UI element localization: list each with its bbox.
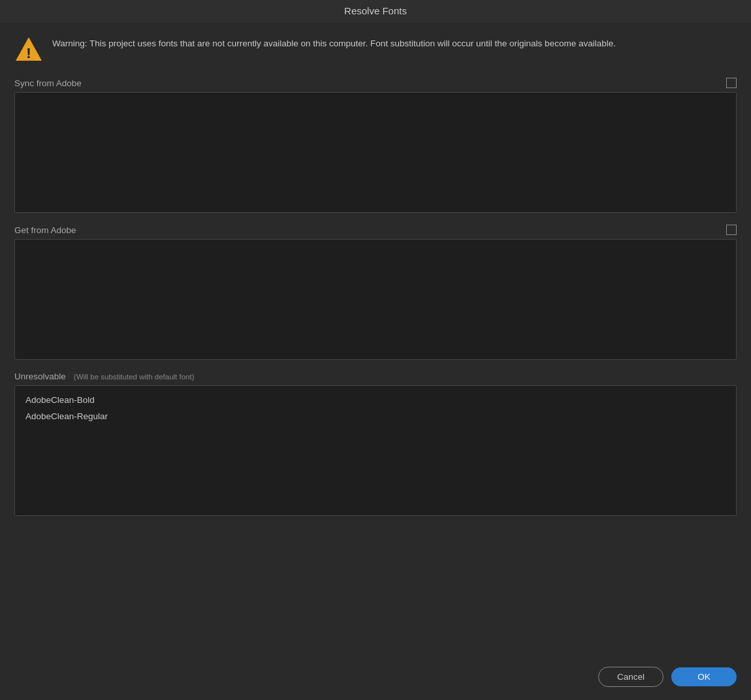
- sync-section-checkbox[interactable]: [726, 78, 737, 88]
- dialog-footer: Cancel OK: [0, 656, 751, 700]
- get-section-header: Get from Adobe: [14, 225, 737, 235]
- get-font-list: [14, 239, 737, 360]
- resolve-fonts-dialog: Resolve Fonts ! Warning: This project us…: [0, 0, 751, 700]
- dialog-content: ! Warning: This project uses fonts that …: [0, 23, 751, 656]
- get-from-adobe-section: Get from Adobe: [14, 225, 737, 360]
- unresolvable-section: Unresolvable (Will be substituted with d…: [14, 372, 737, 516]
- ok-button[interactable]: OK: [671, 667, 737, 686]
- sync-from-adobe-section: Sync from Adobe: [14, 78, 737, 213]
- unresolvable-font-list: AdobeClean-Bold AdobeClean-Regular: [14, 385, 737, 516]
- sync-section-label: Sync from Adobe: [14, 78, 82, 88]
- unresolvable-label: Unresolvable: [14, 372, 66, 381]
- unresolvable-header: Unresolvable (Will be substituted with d…: [14, 372, 737, 381]
- sync-font-list: [14, 92, 737, 213]
- unresolvable-sublabel: (Will be substituted with default font): [74, 373, 195, 381]
- warning-text: Warning: This project uses fonts that ar…: [52, 35, 616, 51]
- get-section-label: Get from Adobe: [14, 225, 76, 235]
- font-item-adobeclean-regular: AdobeClean-Regular: [25, 411, 726, 421]
- dialog-title: Resolve Fonts: [0, 0, 751, 23]
- cancel-button[interactable]: Cancel: [598, 667, 663, 687]
- warning-triangle-svg: !: [14, 36, 43, 62]
- sync-section-header: Sync from Adobe: [14, 78, 737, 88]
- font-item-adobeclean-bold: AdobeClean-Bold: [25, 395, 726, 405]
- warning-section: ! Warning: This project uses fonts that …: [14, 35, 737, 63]
- warning-icon: !: [14, 35, 43, 63]
- get-section-checkbox[interactable]: [726, 225, 737, 235]
- svg-text:!: !: [26, 45, 31, 61]
